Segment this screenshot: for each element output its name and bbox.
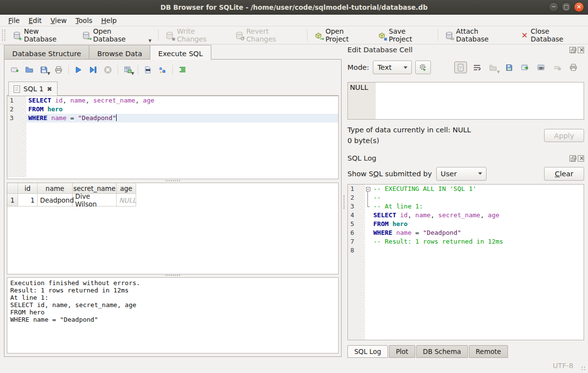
column-header-name[interactable]: name <box>38 183 73 194</box>
tab-plot[interactable]: Plot <box>389 345 415 358</box>
menu-help[interactable]: Help <box>97 16 121 25</box>
word-wrap-icon <box>473 63 481 72</box>
close-button[interactable]: ✕ <box>574 2 584 12</box>
save-project-button[interactable]: ▪ Save Project <box>373 25 435 45</box>
column-header-age[interactable]: age <box>117 183 136 194</box>
text-mode-button[interactable] <box>454 62 467 73</box>
dock-close-button[interactable] <box>578 155 584 162</box>
resize-grip[interactable] <box>581 366 586 371</box>
tab-remote[interactable]: Remote <box>469 345 508 358</box>
fold-spacer <box>365 220 371 228</box>
bottom-tab-bar: SQL Log Plot DB Schema Remote <box>347 345 508 358</box>
apply-button[interactable]: Apply <box>544 129 584 142</box>
dock-float-button[interactable] <box>569 155 576 162</box>
submitter-select[interactable]: User <box>436 167 487 181</box>
menu-edit[interactable]: Edit <box>24 16 46 25</box>
toolbar-separator <box>172 65 173 75</box>
cell-age[interactable]: NULL <box>117 194 136 207</box>
code-area <box>26 123 338 177</box>
minimize-button[interactable]: ─ <box>548 2 559 12</box>
cell-name[interactable]: Deadpond <box>38 194 73 207</box>
cell-secret-name[interactable]: Dive Wilson <box>73 194 117 207</box>
export-cell-button[interactable] <box>519 62 531 73</box>
save-results-button[interactable]: ▼ <box>122 63 134 76</box>
maximize-button[interactable]: ▢ <box>561 2 571 12</box>
print-cell-button[interactable] <box>567 62 580 73</box>
dock-float-button[interactable] <box>569 47 576 53</box>
sql-log-title: SQL Log <box>347 154 376 162</box>
fold-margin <box>361 193 365 202</box>
column-header-id[interactable]: id <box>18 183 38 194</box>
code-line: -- <box>371 193 584 202</box>
stop-button[interactable] <box>101 63 114 76</box>
save-cell-button[interactable] <box>503 62 515 73</box>
fold-margin <box>22 96 26 105</box>
sql-tab-close-button[interactable]: ✖ <box>47 85 52 93</box>
print-sql-button[interactable] <box>52 63 65 76</box>
save-sql-file-button[interactable]: ▼ <box>38 63 50 76</box>
menu-view[interactable]: View <box>46 16 71 25</box>
link-cell-button[interactable] <box>535 62 547 73</box>
chevron-down-icon[interactable]: ▼ <box>148 39 151 43</box>
open-sql-file-button[interactable] <box>23 63 36 76</box>
tab-execute-sql[interactable]: Execute SQL <box>150 45 211 60</box>
execute-all-button[interactable] <box>72 63 85 76</box>
export-icon <box>521 63 529 72</box>
word-wrap-button[interactable] <box>470 62 483 73</box>
editor-results-splitter[interactable] <box>7 179 339 182</box>
write-changes-button[interactable]: ▪ Write Changes <box>161 25 230 45</box>
corner-header[interactable] <box>7 183 18 194</box>
dock-close-button[interactable] <box>578 47 584 53</box>
attach-database-button[interactable]: ∞ Attach Database <box>441 25 517 45</box>
line-number: 2 <box>348 193 361 202</box>
filter-label: Show SQL submitted by <box>347 170 432 178</box>
open-database-button[interactable]: → Open Database ▼ <box>78 25 156 45</box>
editor-empty-area[interactable] <box>7 123 338 177</box>
line-number: 3 <box>348 202 361 211</box>
fold-spacer <box>365 228 371 237</box>
auto-switch-mode-button[interactable] <box>415 61 431 74</box>
code-line[interactable]: WHERE name = "Deadpond" <box>26 114 338 123</box>
toolbar-separator <box>138 65 138 75</box>
sql-editor[interactable]: 1 SELECT id, name, secret_name, age 2 FR… <box>7 96 339 179</box>
clear-button[interactable]: Clear <box>544 167 584 181</box>
document-icon <box>14 85 20 93</box>
results-message-splitter[interactable] <box>7 274 339 277</box>
row-number[interactable]: 1 <box>7 194 18 207</box>
import-cell-button[interactable]: ▼ <box>487 62 499 73</box>
execute-current-line-button[interactable] <box>87 63 100 76</box>
document-text-icon <box>457 63 465 72</box>
find-button[interactable] <box>142 63 154 76</box>
panel-splitter[interactable] <box>343 195 345 209</box>
set-null-button[interactable] <box>551 62 564 73</box>
fold-collapse-icon[interactable] <box>365 185 371 193</box>
close-database-button[interactable]: ✕ Close Database <box>517 25 588 45</box>
tab-sql-log[interactable]: SQL Log <box>347 345 388 358</box>
cell-value-editor[interactable]: NULL <box>347 82 584 120</box>
open-project-button[interactable]: → Open Project <box>310 25 373 45</box>
cell-size-info: 0 byte(s) <box>347 137 379 145</box>
results-grid: id name secret_name age 1 1 Deadpond Div… <box>7 183 339 274</box>
new-database-button[interactable]: + New Database <box>8 25 78 45</box>
splitter-handle-icon <box>165 180 180 181</box>
revert-changes-button[interactable]: ↺ Revert Changes <box>231 25 304 45</box>
menu-file[interactable]: File <box>4 16 24 25</box>
folder-open-icon <box>25 65 34 74</box>
tab-database-structure[interactable]: Database Structure <box>4 45 89 60</box>
open-database-label: Open Database <box>93 27 146 43</box>
toolbar-drag-handle[interactable] <box>2 29 5 41</box>
code-line[interactable]: SELECT id, name, secret_name, age <box>26 96 338 105</box>
edit-cell-toolbar: Mode: Text ▼ <box>347 60 580 75</box>
tab-db-schema[interactable]: DB Schema <box>416 345 468 358</box>
tab-browse-data[interactable]: Browse Data <box>89 45 150 60</box>
mode-select[interactable]: Text <box>373 61 412 74</box>
format-sql-button[interactable] <box>176 63 189 76</box>
cell-id[interactable]: 1 <box>18 194 38 207</box>
sql-tab[interactable]: SQL 1 ✖ <box>8 82 58 96</box>
submitter-value: User <box>441 170 457 178</box>
menu-tools[interactable]: Tools <box>71 16 97 25</box>
new-sql-tab-button[interactable] <box>8 63 21 76</box>
code-line[interactable]: FROM hero <box>26 105 338 114</box>
autocomplete-button[interactable]: aa <box>156 63 169 76</box>
encoding-indicator[interactable]: UTF-8 <box>553 362 573 370</box>
